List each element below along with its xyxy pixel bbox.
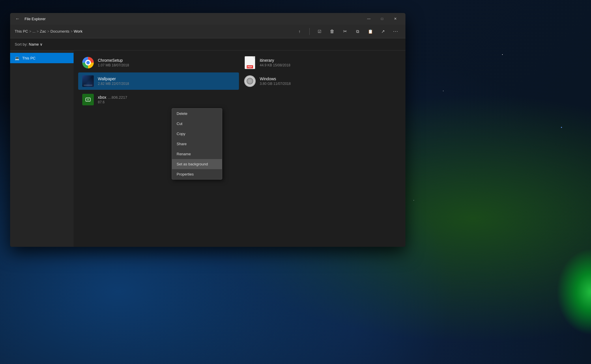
content-area: 💻 This PC ChromeSetup (10, 51, 405, 247)
share-icon: ↗ (381, 29, 385, 34)
breadcrumb-documents[interactable]: Documents (51, 29, 70, 33)
xbox-icon-graphic (82, 94, 94, 105)
windows-info: Windows 3.80 GB 11/07/2018 (260, 76, 397, 86)
breadcrumb-sep4: > (71, 29, 73, 33)
breadcrumb-sep1: > (29, 29, 31, 33)
checklist-icon: ☑ (318, 29, 321, 34)
this-pc-icon: 💻 (15, 56, 19, 60)
delete-button[interactable]: 🗑 (327, 26, 337, 37)
up-arrow-icon: ↑ (299, 29, 301, 34)
file-item-xbox[interactable]: xbox …806.2217 87.6 (78, 91, 239, 108)
chromesetup-name: ChromeSetup (98, 58, 235, 63)
wallpaper-icon (82, 75, 94, 87)
context-menu-properties[interactable]: Properties (172, 169, 222, 179)
paste-button[interactable]: 📋 (365, 26, 375, 37)
file-item-itinerary[interactable]: PDF itinerary 44.9 KB 15/08/2018 (240, 54, 401, 71)
context-menu-share[interactable]: Share (172, 139, 222, 149)
sortby-label: Sort by: (15, 42, 28, 46)
context-menu-set-background[interactable]: Set as background (172, 159, 222, 169)
breadcrumb-sep2: > (37, 29, 39, 33)
window-title: File Explorer (25, 17, 46, 21)
back-button[interactable]: ← (14, 15, 22, 23)
wallpaper-meta: 2.82 MB 22/07/2018 (98, 82, 235, 86)
toolbar-divider (309, 28, 310, 35)
sidebar-item-this-pc[interactable]: 💻 This PC (10, 53, 74, 63)
file-item-wallpaper[interactable]: Wallpaper 2.82 MB 22/07/2018 (78, 72, 239, 90)
context-menu: Delete Cut Copy Share Rename Set as back… (172, 108, 222, 180)
sidebar-item-label: This PC (22, 56, 35, 60)
cut-icon: ✂ (343, 29, 347, 34)
file-item-windows[interactable]: Windows 3.80 GB 11/07/2018 (240, 72, 401, 90)
xbox-info: xbox …806.2217 87.6 (98, 95, 235, 104)
xbox-meta: 87.6 (98, 100, 235, 104)
context-menu-cut[interactable]: Cut (172, 119, 222, 129)
more-icon: ··· (393, 28, 398, 34)
pdf-badge: PDF (247, 65, 253, 68)
xbox-name: xbox …806.2217 (98, 95, 235, 100)
maximize-button[interactable]: □ (375, 13, 389, 25)
addressbar: This PC > ... > Zac > Documents > Work ↑… (10, 25, 405, 38)
share-button[interactable]: ↗ (378, 26, 388, 37)
windows-icon (244, 75, 256, 87)
itinerary-info: itinerary 44.9 KB 15/08/2018 (260, 58, 397, 67)
breadcrumb-sep3: > (47, 29, 49, 33)
itinerary-meta: 44.9 KB 15/08/2018 (260, 63, 397, 67)
breadcrumb-zac[interactable]: Zac (40, 29, 46, 33)
breadcrumb-ellipsis[interactable]: ... (32, 29, 35, 33)
back-icon: ← (15, 16, 20, 21)
copy-button[interactable]: ⧉ (352, 26, 363, 37)
up-directory-button[interactable]: ↑ (294, 26, 305, 37)
chromesetup-meta: 1.07 MB 18/07/2018 (98, 63, 235, 67)
window-controls: — □ ✕ (362, 13, 402, 25)
sidebar: 💻 This PC (10, 51, 74, 247)
xbox-logo-svg (85, 96, 91, 103)
minimize-button[interactable]: — (362, 13, 375, 25)
chrome-icon-inner (86, 61, 90, 64)
xbox-icon (82, 93, 94, 106)
itinerary-name: itinerary (260, 58, 397, 63)
chrome-icon-graphic (82, 57, 94, 68)
more-options-button[interactable]: ··· (390, 26, 401, 37)
context-menu-copy[interactable]: Copy (172, 129, 222, 139)
windows-icon-graphic (244, 75, 256, 87)
titlebar: ← File Explorer — □ ✕ (10, 13, 405, 25)
file-item-chromesetup[interactable]: ChromeSetup 1.07 MB 18/07/2018 (78, 54, 239, 71)
file-explorer-window: ← File Explorer — □ ✕ This PC > ... > Za… (10, 13, 405, 247)
breadcrumb-root[interactable]: This PC (15, 29, 28, 33)
nebula-decoration (556, 249, 591, 335)
chromesetup-info: ChromeSetup 1.07 MB 18/07/2018 (98, 58, 235, 67)
itinerary-icon: PDF (244, 56, 256, 69)
pdf-icon-graphic: PDF (245, 56, 255, 69)
context-menu-delete[interactable]: Delete (172, 109, 222, 119)
chromesetup-icon (82, 56, 94, 69)
paste-icon: 📋 (368, 29, 373, 34)
windows-name: Windows (260, 76, 397, 81)
wallpaper-icon-graphic (82, 75, 94, 87)
select-all-button[interactable]: ☑ (314, 26, 325, 37)
context-menu-rename[interactable]: Rename (172, 149, 222, 159)
copy-icon: ⧉ (356, 29, 359, 34)
delete-icon: 🗑 (330, 29, 334, 34)
breadcrumb-current[interactable]: Work (74, 29, 83, 33)
cut-button[interactable]: ✂ (340, 26, 350, 37)
windows-meta: 3.80 GB 11/07/2018 (260, 82, 397, 86)
wallpaper-info: Wallpaper 2.82 MB 22/07/2018 (98, 76, 235, 86)
sortby-value[interactable]: Name ∨ (29, 42, 43, 46)
sortbar: Sort by: Name ∨ (10, 38, 405, 51)
wallpaper-name: Wallpaper (98, 76, 235, 81)
close-button[interactable]: ✕ (389, 13, 402, 25)
file-list: ChromeSetup 1.07 MB 18/07/2018 PDF itin (74, 51, 405, 112)
breadcrumb[interactable]: This PC > ... > Zac > Documents > Work (15, 29, 292, 33)
